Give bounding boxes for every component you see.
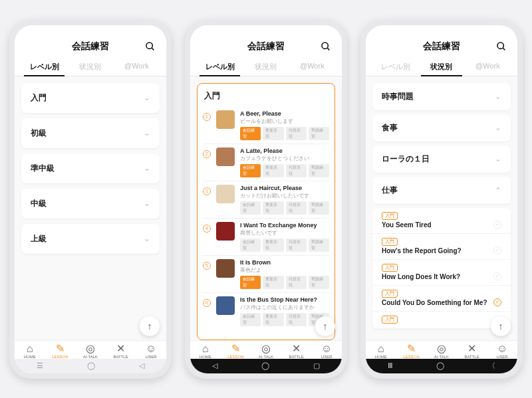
check-icon: ✓ [493, 247, 501, 254]
tag-conversation: 会話練習 [240, 127, 261, 140]
nav-aitalk[interactable]: ◎AI-TALK [75, 344, 106, 359]
tag-practice: 実践練習 [309, 201, 329, 215]
phone-2: 会話練習 レベル別 状況別 @Work 入門 1A Beer, Pleaseビー… [185, 20, 347, 379]
nav-user[interactable]: ☺USER [311, 344, 342, 359]
lesson-thumbnail [216, 222, 235, 241]
search-icon[interactable] [495, 40, 508, 53]
user-icon: ☺ [497, 344, 507, 354]
nav-user[interactable]: ☺USER [136, 344, 166, 359]
lesson-title-en: A Latte, Please [240, 148, 329, 154]
chevron-down-icon: ⌄ [495, 123, 501, 132]
category-label: ローラの１日 [382, 153, 430, 165]
tag-conversation: 会話練習 [240, 164, 261, 177]
home-icon: ⌂ [27, 344, 33, 354]
home-icon: ⌂ [378, 344, 384, 354]
chevron-down-icon: ⌄ [495, 92, 501, 101]
page-title: 会話練習 [388, 41, 495, 52]
scroll-top-button[interactable]: ↑ [491, 316, 511, 336]
lesson-row[interactable]: 4I Want To Exchange Money両替したいです会話練習重要表現… [203, 218, 329, 255]
content-area: 入門 1A Beer, Pleaseビールをお願いします会話練習重要表現代替表現… [190, 76, 342, 340]
lesson-tags: 会話練習重要表現代替表現実践練習 [240, 164, 329, 177]
tab-work[interactable]: @Work [465, 57, 511, 76]
tag-practice: 実践練習 [309, 276, 329, 289]
home-nav-icon[interactable]: ◯ [436, 361, 444, 370]
page-title: 会話練習 [37, 41, 144, 52]
recent-apps-icon[interactable]: ▢ [313, 361, 320, 370]
tab-situation[interactable]: 状況別 [67, 57, 113, 76]
panel-title: 入門 [204, 90, 328, 102]
lesson-thumbnail [216, 148, 235, 166]
lesson-subitem[interactable]: 入門 [372, 312, 511, 329]
tab-work[interactable]: @Work [114, 57, 160, 76]
lesson-subitem[interactable]: 入門Could You Do Something for Me?✓ [372, 286, 511, 312]
search-icon[interactable] [319, 40, 332, 53]
home-nav-icon[interactable]: ◯ [87, 361, 95, 370]
nav-battle[interactable]: ✕BATTLE [457, 344, 487, 359]
check-icon: ✓ [493, 272, 501, 280]
nav-home[interactable]: ⌂HOME [190, 344, 221, 359]
nav-home[interactable]: ⌂HOME [15, 344, 45, 359]
level-row[interactable]: 入門⌄ [21, 83, 160, 113]
svg-line-5 [503, 48, 505, 50]
chevron-down-icon: ⌄ [144, 199, 150, 208]
lesson-row[interactable]: 5It Is Brown茶色だよ会話練習重要表現代替表現実践練習 [203, 255, 329, 292]
nav-home[interactable]: ⌂HOME [366, 344, 396, 359]
nav-lesson[interactable]: ✎LESSON [45, 344, 76, 359]
aitalk-icon: ◎ [86, 344, 95, 354]
lesson-subitem[interactable]: 入門How Long Does It Work?✓ [372, 260, 511, 286]
sub-level-badge: 入門 [382, 238, 398, 246]
tab-level[interactable]: レベル別 [21, 57, 67, 76]
recent-apps-icon[interactable]: ☰ [37, 361, 43, 370]
level-row[interactable]: 中級⌄ [21, 189, 160, 219]
back-nav-icon[interactable]: 〈 [488, 361, 495, 371]
tab-situation[interactable]: 状況別 [418, 57, 464, 76]
tab-bar: レベル別 状況別 @Work [366, 57, 517, 76]
lesson-thumbnail [216, 110, 235, 129]
lesson-number-badge: 5 [203, 262, 211, 270]
tag-conversation: 会話練習 [240, 276, 261, 289]
lesson-subitem[interactable]: 入門You Seem Tired✓ [372, 208, 511, 234]
back-nav-icon[interactable]: ◁ [212, 361, 217, 370]
sub-level-badge: 入門 [382, 290, 398, 298]
lesson-row[interactable]: 3Just a Haircut, Pleaseカットだけお願いしたいです会話練習… [203, 181, 329, 218]
nav-battle[interactable]: ✕BATTLE [281, 344, 312, 359]
phone-3: 会話練習 レベル別 状況別 @Work 時事問題⌄ 食事⌄ ローラの１日⌄ 仕事… [360, 20, 523, 379]
android-nav-bar: ◁◯▢ [190, 359, 342, 373]
page-title: 会話練習 [213, 41, 319, 52]
recent-apps-icon[interactable]: Ⅲ [388, 361, 393, 370]
tab-level[interactable]: レベル別 [197, 57, 243, 76]
lesson-row[interactable]: 1A Beer, Pleaseビールをお願いします会話練習重要表現代替表現実践練… [203, 107, 329, 144]
lesson-tags: 会話練習重要表現代替表現実践練習 [240, 127, 329, 140]
category-row[interactable]: 時事問題⌄ [372, 83, 511, 110]
nav-battle[interactable]: ✕BATTLE [106, 344, 136, 359]
category-row-expanded[interactable]: 仕事⌄ [372, 177, 511, 204]
home-nav-icon[interactable]: ◯ [261, 361, 269, 370]
svg-point-2 [322, 43, 328, 49]
category-row[interactable]: ローラの１日⌄ [372, 146, 511, 173]
tab-situation[interactable]: 状況別 [243, 57, 289, 76]
lesson-subitem[interactable]: 入門How's the Report Going?✓ [372, 234, 511, 260]
search-icon[interactable] [144, 40, 157, 53]
lesson-row[interactable]: 6Is the Bus Stop Near Here?バス停はこの近くにあります… [203, 292, 329, 330]
nav-lesson[interactable]: ✎LESSON [396, 344, 427, 359]
tab-level[interactable]: レベル別 [372, 57, 418, 76]
tag-key-expr: 重要表現 [263, 239, 283, 252]
tab-work[interactable]: @Work [289, 57, 335, 76]
app-header: 会話練習 [190, 36, 342, 57]
lesson-title-en: A Beer, Please [240, 110, 329, 117]
category-row[interactable]: 食事⌄ [372, 114, 511, 142]
nav-aitalk[interactable]: ◎AI-TALK [251, 344, 281, 359]
lesson-panel: 入門 1A Beer, Pleaseビールをお願いします会話練習重要表現代替表現… [197, 83, 335, 340]
chevron-down-icon: ⌄ [144, 93, 150, 102]
nav-user[interactable]: ☺USER [487, 344, 517, 359]
lesson-row[interactable]: 2A Latte, Pleaseカフェラテをひとつください会話練習重要表現代替表… [203, 144, 329, 181]
level-row[interactable]: 準中級⌄ [21, 153, 160, 183]
level-row[interactable]: 初級⌄ [21, 118, 160, 148]
scroll-top-button[interactable]: ↑ [315, 316, 335, 336]
nav-aitalk[interactable]: ◎AI-TALK [426, 344, 457, 359]
lesson-number-badge: 1 [203, 113, 211, 121]
level-row[interactable]: 上級⌄ [21, 224, 160, 254]
back-nav-icon[interactable]: ◁ [139, 361, 144, 370]
scroll-top-button[interactable]: ↑ [140, 316, 160, 336]
nav-lesson[interactable]: ✎LESSON [221, 344, 251, 359]
